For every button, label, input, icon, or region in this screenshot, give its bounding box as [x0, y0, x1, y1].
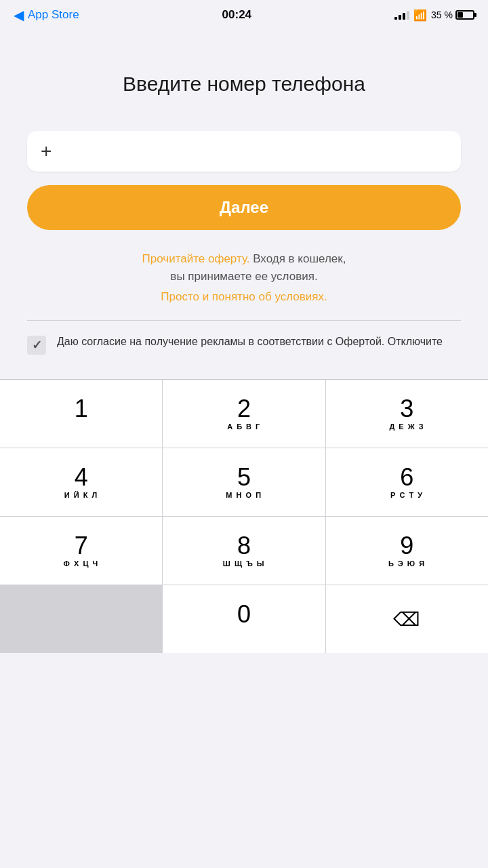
backspace-icon: ⌫	[393, 608, 420, 631]
next-button[interactable]: Далее	[27, 185, 461, 230]
oferta-link[interactable]: Прочитайте оферту.	[142, 252, 250, 265]
key-8[interactable]: 8 Ш Щ Ъ Ы	[163, 517, 325, 585]
key-1[interactable]: 1	[0, 380, 162, 448]
backspace-key[interactable]: ⌫	[326, 585, 488, 653]
checkbox-row: ✓ Даю согласие на получение рекламы в со…	[27, 334, 461, 366]
checkbox[interactable]: ✓	[27, 336, 46, 355]
key-7[interactable]: 7 Ф Х Ц Ч	[0, 517, 162, 585]
status-bar: ◀ App Store 00:24 📶 35 %	[0, 0, 488, 30]
key-0[interactable]: 0	[163, 585, 325, 653]
numpad: 1 2 А Б В Г 3 Д Е Ж З 4 И Й К Л 5 М Н О …	[0, 379, 488, 653]
numpad-row-2: 4 И Й К Л 5 М Н О П 6 Р С Т У	[0, 448, 488, 516]
battery-container: 35 %	[431, 9, 474, 20]
numpad-row-1: 1 2 А Б В Г 3 Д Е Ж З	[0, 380, 488, 448]
numpad-row-3: 7 Ф Х Ц Ч 8 Ш Щ Ъ Ы 9 Ь Э Ю Я	[0, 517, 488, 585]
app-store-label[interactable]: App Store	[28, 8, 79, 22]
key-empty	[0, 585, 162, 653]
main-content: Введите номер телефона + Далее Прочитайт…	[0, 30, 488, 379]
battery-percent: 35 %	[431, 9, 453, 20]
key-2[interactable]: 2 А Б В Г	[163, 380, 325, 448]
numpad-row-4: 0 ⌫	[0, 585, 488, 653]
checkmark-icon: ✓	[32, 338, 42, 353]
key-3[interactable]: 3 Д Е Ж З	[326, 380, 488, 448]
checkbox-label: Даю согласие на получение рекламы в соот…	[57, 334, 443, 349]
key-5[interactable]: 5 М Н О П	[163, 448, 325, 516]
key-9[interactable]: 9 Ь Э Ю Я	[326, 517, 488, 585]
signal-icon	[394, 10, 409, 20]
status-time: 00:24	[222, 8, 251, 22]
status-left: ◀ App Store	[14, 7, 79, 23]
key-4[interactable]: 4 И Й К Л	[0, 448, 162, 516]
phone-input-container: +	[27, 131, 461, 172]
plus-sign: +	[41, 140, 52, 162]
oferta-text: Прочитайте оферту. Входя в кошелек,вы пр…	[27, 250, 461, 285]
key-6[interactable]: 6 Р С Т У	[326, 448, 488, 516]
section-divider	[27, 320, 461, 321]
battery-icon	[455, 10, 474, 20]
battery-fill	[458, 12, 463, 18]
phone-input[interactable]	[60, 144, 447, 159]
back-arrow-icon: ◀	[14, 7, 24, 23]
page-title: Введите номер телефона	[27, 71, 461, 97]
wifi-icon: 📶	[413, 9, 427, 22]
simple-conditions-link[interactable]: Просто и понятно об условиях.	[27, 290, 461, 304]
status-right: 📶 35 %	[394, 9, 474, 22]
